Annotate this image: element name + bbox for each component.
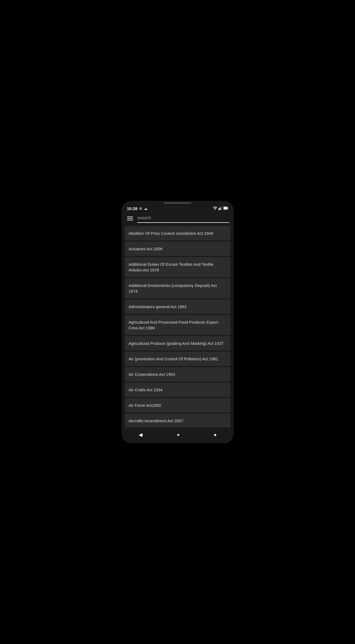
- svg-rect-2: [220, 208, 220, 210]
- hamburger-button[interactable]: [126, 215, 134, 221]
- nav-recents-button[interactable]: ■: [208, 432, 223, 438]
- cloud-icon: ☁: [144, 207, 147, 211]
- list-item-label: Air Crafts Act 1934: [129, 387, 163, 392]
- list-item[interactable]: Air Crafts Act 1934: [125, 383, 230, 397]
- list-item-label: Agricultural And Processed Food Products…: [129, 320, 218, 330]
- top-bar: [122, 212, 234, 224]
- status-time: 10:28: [127, 206, 137, 211]
- signal-icon: [218, 206, 222, 211]
- list-item[interactable]: Agricultural And Processed Food Products…: [125, 315, 230, 335]
- svg-point-0: [215, 209, 215, 210]
- nav-bar: ◀ ● ■: [122, 427, 234, 443]
- wifi-icon: [213, 206, 217, 211]
- svg-rect-3: [221, 207, 221, 210]
- search-container: [137, 214, 229, 223]
- list-item-label: Additional Emoluments (compulsory Deposi…: [129, 283, 217, 293]
- status-bar: 10:28 ⚙ ☁: [122, 204, 234, 212]
- svg-rect-7: [227, 208, 228, 209]
- list-item-label: Actuaries Act 2006: [129, 246, 163, 251]
- nav-back-button[interactable]: ◀: [132, 431, 149, 439]
- list-item[interactable]: Actuaries Act 2006: [125, 242, 230, 256]
- status-right: [213, 206, 228, 211]
- list-item-label: Air Corporations Act 1953: [129, 372, 175, 377]
- list-item[interactable]: Additional Emoluments (compulsory Deposi…: [125, 278, 230, 298]
- list-item-label: Administrators-general Act 1963: [129, 304, 187, 309]
- status-left: 10:28 ⚙ ☁: [127, 206, 147, 211]
- battery-icon: [223, 207, 228, 211]
- acts-list: Abolition Of Privy Council Jurisdiction …: [122, 224, 234, 427]
- nav-home-button[interactable]: ●: [170, 431, 186, 438]
- list-item[interactable]: Administrators-general Act 1963: [125, 299, 230, 314]
- list-item-label: Additional Duties Of Excise Textiles And…: [129, 262, 213, 272]
- hamburger-line-1: [127, 217, 133, 217]
- settings-icon: ⚙: [139, 207, 142, 211]
- search-input[interactable]: [137, 214, 229, 223]
- list-item[interactable]: Air (prevention And Control Of Pollution…: [125, 352, 230, 366]
- list-item[interactable]: Air Corporations Act 1953: [125, 367, 230, 382]
- notch-area: [122, 201, 234, 204]
- hamburger-line-3: [127, 220, 133, 220]
- list-item-label: Air (prevention And Control Of Pollution…: [129, 357, 218, 361]
- svg-rect-4: [221, 206, 222, 207]
- svg-rect-6: [224, 207, 227, 209]
- list-item-label: Air Force Act1950: [129, 403, 161, 408]
- list-item[interactable]: Abolition Of Privy Council Jurisdiction …: [125, 226, 230, 240]
- list-item[interactable]: Air Force Act1950: [125, 398, 230, 412]
- list-item-label: Abolition Of Privy Council Jurisdiction …: [129, 231, 213, 236]
- list-item-label: Aircrafts Amendment Act 2007: [129, 418, 184, 423]
- list-item[interactable]: Aircrafts Amendment Act 2007: [125, 414, 230, 427]
- hamburger-line-2: [127, 218, 133, 219]
- list-item[interactable]: Additional Duties Of Excise Textiles And…: [125, 257, 230, 277]
- list-item-label: Agricultural Produce (grading And Markin…: [129, 341, 224, 346]
- notch-bar: [164, 202, 191, 204]
- svg-rect-1: [218, 208, 219, 210]
- list-item[interactable]: Agricultural Produce (grading And Markin…: [125, 336, 230, 351]
